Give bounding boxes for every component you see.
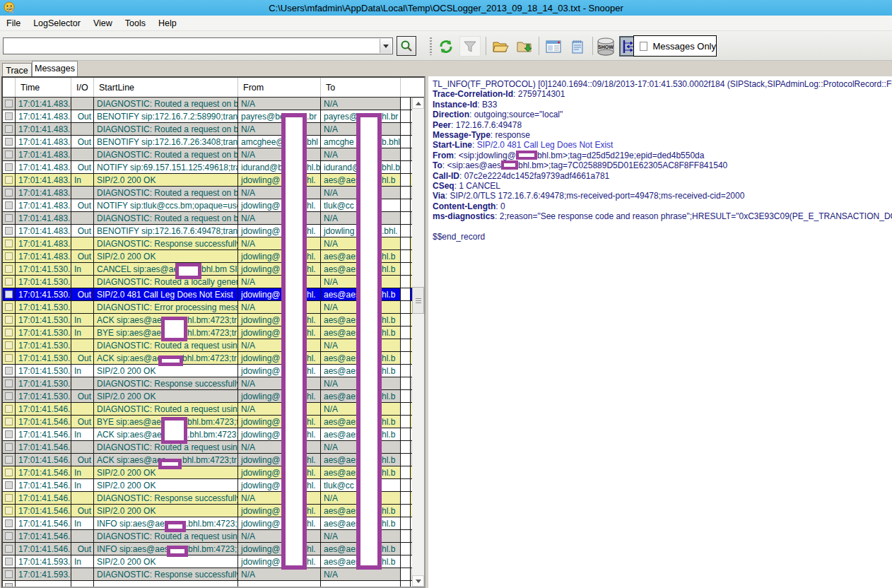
messages-only-checkbox[interactable] [640, 42, 647, 51]
table-row[interactable] [3, 581, 412, 588]
cell-io: In [71, 263, 94, 275]
table-row[interactable]: 17:01:41.483.0DIAGNOSTIC: Routed a reque… [3, 187, 412, 199]
cell-io: Out [71, 505, 94, 517]
table-row[interactable]: 17:01:41.483.0OutBENOTIFY sip:172.16.7.2… [3, 136, 412, 148]
report-button[interactable] [543, 36, 564, 57]
table-row[interactable]: 17:01:41.483.0DIAGNOSTIC: Response succe… [3, 237, 412, 250]
table-row[interactable]: 17:01:41.530.0DIAGNOSTIC: Response succe… [3, 377, 412, 390]
cell-time: 17:01:41.483.0 [16, 212, 71, 224]
cell-empty [401, 428, 411, 440]
cell-time: 17:01:41.546.0 [16, 441, 71, 453]
menu-file[interactable]: File [0, 17, 27, 30]
cell-startline: SIP/2.0 200 OK [94, 479, 238, 491]
export-log-button[interactable] [514, 36, 535, 57]
table-row[interactable]: 17:01:41.530.0DIAGNOSTIC: Routed a local… [3, 276, 412, 288]
cell-empty [401, 492, 411, 504]
table-row[interactable]: 17:01:41.483.0DIAGNOSTIC: Routed a reque… [3, 98, 412, 110]
open-log-button[interactable] [490, 36, 511, 57]
table-row[interactable]: 17:01:41.530.0InACK sip:aes@aes.hl.bm:47… [3, 314, 412, 327]
table-row[interactable]: 17:01:41.483.0DIAGNOSTIC: Routed a reque… [3, 212, 412, 225]
table-row[interactable]: 17:01:41.593.0DIAGNOSTIC: Response succe… [3, 568, 412, 581]
col-startline[interactable]: StartLine [94, 78, 238, 97]
search-button[interactable] [397, 36, 416, 56]
scrollbar-thumb[interactable] [412, 287, 424, 314]
message-detail-panel[interactable]: TL_INFO(TF_PROTOCOL) [0]1240.1694::09/18… [428, 76, 892, 588]
table-row[interactable]: 17:01:41.483.0InSIP/2.0 200 OKjdowling@h… [3, 174, 412, 187]
table-row[interactable]: 17:01:41.483.0OutNOTIFY sip:69.157.151.1… [3, 161, 412, 174]
table-row[interactable]: 17:01:41.546.0OutBYE sip:aes@aes.bhl.bm:… [3, 416, 412, 428]
table-vertical-scrollbar[interactable] [412, 98, 424, 587]
table-row[interactable]: 17:01:41.546.0InACK sip:aes@aes.bhl.bm:4… [3, 428, 412, 441]
table-row[interactable]: 17:01:41.546.0OutINFO sip:aes@aes.bhl.bm… [3, 543, 412, 555]
cell-from: jdowling@hl. [238, 543, 321, 555]
redaction-box [516, 151, 537, 160]
cell-empty [401, 161, 411, 173]
cell-io [71, 123, 94, 135]
table-row[interactable]: 17:01:41.530.0DIAGNOSTIC: Routed a reque… [3, 339, 412, 352]
row-marker [3, 327, 16, 339]
menu-view[interactable]: View [87, 17, 119, 30]
table-row[interactable]: 17:01:41.546.0InINFO sip:aes@aes.bhl.bm:… [3, 517, 412, 530]
scroll-up-button[interactable] [412, 98, 424, 109]
cell-empty [401, 225, 411, 237]
cell-empty [401, 466, 411, 478]
table-row[interactable]: 17:01:41.546.0OutSIP/2.0 200 OKjdowling@… [3, 505, 412, 517]
scroll-down-button[interactable] [412, 575, 424, 587]
table-row[interactable]: 17:01:41.530.0InSIP/2.0 200 OKjdowling@h… [3, 365, 412, 377]
table-row[interactable]: 17:01:41.546.0OutACK sip:aes@aesbhl.bm:4… [3, 454, 412, 466]
search-dropdown-button[interactable] [380, 39, 392, 53]
table-row[interactable]: 17:01:41.546.0DIAGNOSTIC: Routed a reque… [3, 530, 412, 543]
cell-time: 17:01:41.530.0 [16, 390, 71, 402]
cell-from: N/A [238, 530, 321, 542]
table-row[interactable]: 17:01:41.483.0OutNOTIFY sip:tluk@ccs.bm;… [3, 199, 412, 212]
cell-from: jdowling@hl. [238, 428, 321, 440]
table-row[interactable]: 17:01:41.483.0OutBENOTIFY sip:172.16.7.6… [3, 225, 412, 237]
table-row[interactable]: 17:01:41.530.0InBYE sip:aes@aes.bhl.bm:4… [3, 327, 412, 339]
menu-logselector[interactable]: LogSelector [27, 17, 87, 30]
search-combo[interactable] [3, 37, 393, 54]
table-row[interactable]: 17:01:41.483.0OutBENOTIFY sip:172.16.7.2… [3, 110, 412, 123]
table-row[interactable]: 17:01:41.530.0DIAGNOSTIC: Error processi… [3, 301, 412, 314]
cell-io [71, 377, 94, 389]
folder-open-icon [492, 40, 509, 54]
cell-time: 17:01:41.483.0 [16, 110, 71, 122]
table-row[interactable]: 17:01:41.546.0DIAGNOSTIC: Routed a reque… [3, 441, 412, 454]
cell-empty [401, 276, 411, 288]
cell-time: 17:01:41.530.0 [16, 377, 71, 389]
cell-from: N/A [238, 441, 321, 453]
menu-tools[interactable]: Tools [119, 17, 152, 30]
table-row[interactable]: 17:01:41.483.0OutSIP/2.0 200 OKjdowling@… [3, 250, 412, 263]
row-marker [3, 466, 16, 478]
col-time[interactable]: Time [16, 78, 71, 97]
table-row[interactable]: 17:01:41.546.0DIAGNOSTIC: Routed a reque… [3, 403, 412, 416]
show-db-button[interactable]: SHOW [595, 36, 616, 57]
table-row[interactable]: 17:01:41.483.0DIAGNOSTIC: Routed a reque… [3, 148, 412, 161]
menu-help[interactable]: Help [152, 17, 183, 30]
col-marker[interactable] [3, 78, 16, 97]
table-row-selected[interactable]: 17:01:41.530.0OutSIP/2.0 481 Call Leg Do… [3, 288, 412, 301]
table-row[interactable]: 17:01:41.483.0DIAGNOSTIC: Routed a reque… [3, 123, 412, 136]
table-row[interactable]: 17:01:41.530.0OutACK sip:aes@aesbhl.bm:4… [3, 352, 412, 365]
table-row[interactable]: 17:01:41.546.0InSIP/2.0 200 OKjdowling@h… [3, 466, 412, 479]
filter-button[interactable] [459, 36, 481, 57]
row-marker [3, 148, 16, 160]
table-row[interactable]: 17:01:41.530.0OutSIP/2.0 200 OKjdowling@… [3, 390, 412, 403]
table-row[interactable]: 17:01:41.530.0InCANCEL sip:aes@aes.bhl.b… [3, 263, 412, 276]
table-row[interactable]: 17:01:41.546.0InSIP/2.0 200 OKjdowling@h… [3, 479, 412, 492]
notepad-button[interactable] [567, 36, 588, 57]
cell-empty [401, 454, 411, 466]
table-row[interactable]: 17:01:41.546.0DIAGNOSTIC: Response succe… [3, 492, 412, 505]
col-from[interactable]: From [238, 78, 321, 97]
search-input[interactable] [5, 39, 378, 53]
cell-time: 17:01:41.483.0 [16, 225, 71, 237]
cell-startline: DIAGNOSTIC: Response successfully r [94, 377, 238, 389]
col-io[interactable]: I/O [71, 78, 94, 97]
cell-from: jdowling@hl. [238, 479, 321, 491]
table-row[interactable]: 17:01:41.593.0InSIP/2.0 200 OKjdowling@h… [3, 555, 412, 568]
tab-trace[interactable]: Trace [2, 63, 32, 76]
cell-to [321, 581, 401, 588]
tab-messages[interactable]: Messages [32, 61, 78, 76]
cell-startline: NOTIFY sip:tluk@ccs.bm;opaque=use [94, 199, 238, 211]
refresh-button[interactable] [435, 36, 457, 57]
col-to[interactable]: To [321, 78, 401, 97]
